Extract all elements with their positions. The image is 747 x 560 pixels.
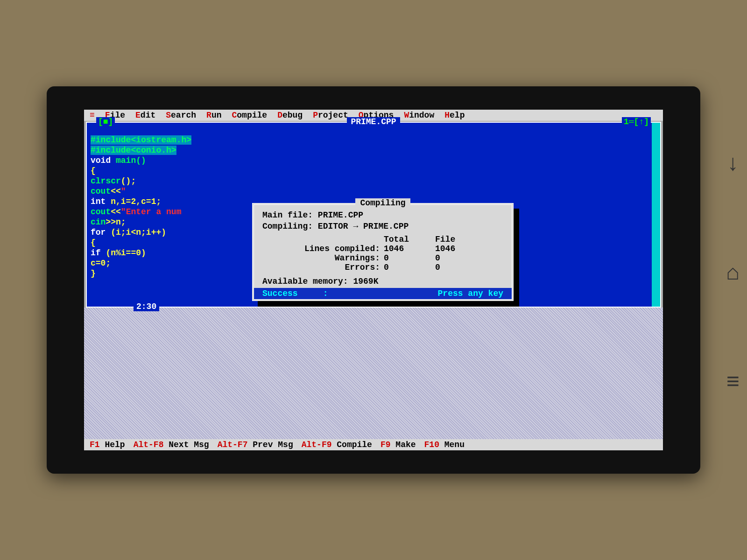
desktop-area xyxy=(84,308,663,439)
press-any-key[interactable]: Press any key xyxy=(438,289,503,298)
hint-prev-msg[interactable]: Alt-F7 Prev Msg xyxy=(218,440,293,449)
device-nav-buttons: ↓ ⌂ ≡ xyxy=(719,152,747,395)
window-number[interactable]: 1═[↑] xyxy=(622,117,651,126)
dialog-body: Main file: PRIME.CPP Compiling: EDITOR →… xyxy=(254,205,512,232)
row-lines: Lines compiled: 1046 1046 xyxy=(262,244,503,253)
compiling-dialog[interactable]: Compiling Main file: PRIME.CPP Compiling… xyxy=(252,203,514,301)
col-file: File xyxy=(435,235,486,244)
hint-compile[interactable]: Alt-F9 Compile xyxy=(302,440,372,449)
menu-icon[interactable]: ≡ xyxy=(719,370,747,395)
back-arrow-icon[interactable]: ↓ xyxy=(719,152,747,177)
device-bezel: ≡ File Edit Search Run Compile Debug Pro… xyxy=(47,86,700,474)
row-errors: Errors: 0 0 xyxy=(262,263,503,272)
hint-menu[interactable]: F10 Menu xyxy=(424,440,465,449)
status-bar: F1 Help Alt-F8 Next Msg Alt-F7 Prev Msg … xyxy=(84,439,663,450)
dialog-footer[interactable]: Success : Press any key xyxy=(254,288,512,299)
window-title: PRIME.CPP xyxy=(87,117,660,126)
home-icon[interactable]: ⌂ xyxy=(719,261,747,286)
hint-next-msg[interactable]: Alt-F8 Next Msg xyxy=(134,440,209,449)
scrollbar[interactable] xyxy=(652,123,660,307)
dialog-title: Compiling xyxy=(254,198,512,208)
dialog-memory: Available memory: 1969K xyxy=(254,275,512,288)
compile-status: Success xyxy=(262,289,298,298)
cursor-position: 2:30 xyxy=(134,302,159,311)
col-total: Total xyxy=(384,235,435,244)
hint-make[interactable]: F9 Make xyxy=(381,440,416,449)
ide-screen: ≡ File Edit Search Run Compile Debug Pro… xyxy=(84,110,663,450)
hint-help[interactable]: F1 Help xyxy=(90,440,125,449)
dialog-stats: Total File Lines compiled: 1046 1046 War… xyxy=(254,232,512,275)
row-warnings: Warnings: 0 0 xyxy=(262,253,503,263)
